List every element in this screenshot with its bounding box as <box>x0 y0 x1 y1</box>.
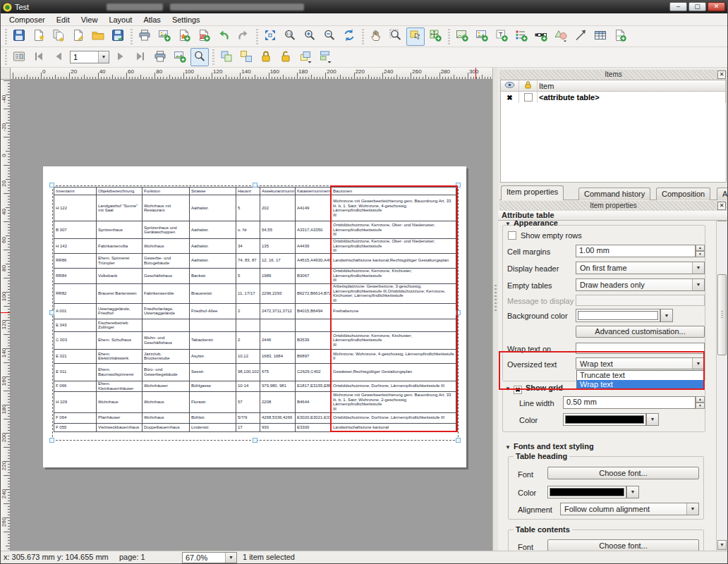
zoom-full-button[interactable] <box>261 27 279 46</box>
menu-atlas[interactable]: Atlas <box>138 15 166 25</box>
selection-handle[interactable] <box>253 438 257 443</box>
tab-composition[interactable]: Composition <box>656 188 710 200</box>
dropdown-option-truncate-text[interactable]: Truncate text <box>577 371 703 380</box>
toolbar-handle[interactable] <box>129 29 133 44</box>
close-button[interactable]: ✕ <box>708 2 725 11</box>
zoom-level-select[interactable]: 67.0% ▼ <box>182 552 237 563</box>
toolbar-handle[interactable] <box>4 49 8 65</box>
heading-choose-font-button[interactable]: Choose font... <box>547 467 699 479</box>
selection-handle[interactable] <box>456 310 461 315</box>
lock-checkbox[interactable] <box>524 93 533 102</box>
lock-items-button[interactable] <box>257 48 275 66</box>
export-image-button[interactable] <box>155 27 174 46</box>
previous-feature-button[interactable] <box>49 48 68 66</box>
selection-handle[interactable] <box>456 183 461 188</box>
selection-handle[interactable] <box>49 183 54 188</box>
load-template-button[interactable] <box>89 27 107 46</box>
zoom-out-button[interactable] <box>320 27 339 46</box>
zoom-tool-button[interactable] <box>387 27 405 46</box>
first-feature-button[interactable] <box>30 48 48 66</box>
items-list-row[interactable]: ✖<attribute table> <box>501 92 726 103</box>
redo-button[interactable] <box>234 27 253 46</box>
preview-atlas-button[interactable] <box>190 48 209 66</box>
advanced-customisation-button[interactable]: Advanced customisation... <box>576 326 705 338</box>
export-pdf-button[interactable]: PDF <box>195 27 213 46</box>
menu-layout[interactable]: Layout <box>103 15 138 25</box>
toolbar-handle[interactable] <box>360 29 365 44</box>
add-map-button[interactable] <box>453 27 471 46</box>
background-color-button[interactable] <box>576 309 660 322</box>
add-shape-button[interactable] <box>552 27 570 46</box>
line-width-stepper[interactable]: ▲▼ <box>696 396 705 409</box>
heading-color-button[interactable] <box>547 486 626 498</box>
toolbar-handle[interactable] <box>447 29 451 44</box>
print-atlas-button[interactable] <box>151 48 169 66</box>
undo-button[interactable] <box>214 27 233 46</box>
composer-manager-button[interactable] <box>69 27 87 46</box>
new-composition-button[interactable] <box>30 27 48 46</box>
selection-handle[interactable] <box>456 438 461 443</box>
visibility-checkbox[interactable]: ✖ <box>506 94 512 102</box>
background-color-dropdown-icon[interactable]: ▼ <box>660 309 673 322</box>
minimize-button[interactable]: – <box>669 2 687 11</box>
show-grid-group-header[interactable]: ▼✖Show grid <box>505 384 566 394</box>
dropdown-option-wrap-text[interactable]: Wrap text <box>577 380 703 389</box>
attribute-table-item[interactable]: InventarnrObjektbezeichnungFunktionStras… <box>54 187 456 432</box>
heading-color-dropdown-icon[interactable]: ▼ <box>626 486 639 498</box>
move-content-button[interactable] <box>426 27 444 46</box>
zoom-in-button[interactable] <box>301 27 319 46</box>
fonts-group-header[interactable]: ▼Fonts and text styling <box>505 442 594 450</box>
group-items-button[interactable] <box>217 48 236 66</box>
toolbar-handle[interactable] <box>211 49 215 65</box>
selection-handle[interactable] <box>49 310 54 315</box>
wrap-text-on-input[interactable] <box>576 343 705 354</box>
add-arrow-button[interactable] <box>571 27 590 46</box>
zoom-one-to-one-button[interactable]: 1:1 <box>281 27 299 46</box>
add-legend-button[interactable] <box>512 27 530 46</box>
menu-settings[interactable]: Settings <box>166 15 206 25</box>
export-atlas-button[interactable] <box>171 48 189 66</box>
atlas-feature-select[interactable]: 1▼ <box>70 51 109 63</box>
save-template-button[interactable] <box>109 27 127 46</box>
add-image-button[interactable] <box>473 27 491 46</box>
last-feature-button[interactable] <box>131 48 150 66</box>
empty-tables-select[interactable]: Draw headers only▼ <box>576 278 705 291</box>
pan-button[interactable] <box>367 27 385 46</box>
tab-atlas-generation[interactable]: Atlas generation <box>717 188 728 200</box>
items-panel-close-icon[interactable]: ✕ <box>717 70 726 79</box>
atlas-settings-button[interactable] <box>10 48 28 66</box>
oversized-text-select[interactable]: Wrap text▼ <box>576 357 705 369</box>
grid-color-button[interactable] <box>563 413 646 426</box>
ungroup-items-button[interactable] <box>237 48 255 66</box>
cell-margins-input[interactable]: 1.00 mm <box>576 245 696 257</box>
duplicate-composition-button[interactable] <box>49 27 68 46</box>
properties-scrollbar[interactable]: ▲ ▼ <box>716 211 727 551</box>
export-svg-button[interactable] <box>175 27 193 46</box>
selection-handle[interactable] <box>253 183 257 188</box>
next-feature-button[interactable] <box>111 48 130 66</box>
print-button[interactable] <box>135 27 154 46</box>
refresh-view-button[interactable] <box>340 27 358 46</box>
contents-choose-font-button[interactable]: Choose font... <box>547 539 699 551</box>
panel-splitter[interactable] <box>492 68 498 551</box>
raise-items-button[interactable] <box>296 48 315 66</box>
align-items-button[interactable] <box>316 48 334 66</box>
grid-color-dropdown-icon[interactable]: ▼ <box>646 413 659 426</box>
heading-alignment-select[interactable]: Follow column alignment▼ <box>560 503 699 515</box>
save-button[interactable] <box>10 27 28 46</box>
menu-composer[interactable]: Composer <box>4 15 51 25</box>
tab-item-properties[interactable]: Item properties <box>501 185 564 200</box>
tab-command-history[interactable]: Command history <box>578 188 650 200</box>
add-label-button[interactable]: T <box>492 27 511 46</box>
show-grid-checkbox[interactable]: ✖ <box>514 386 522 394</box>
toolbar-handle[interactable] <box>4 29 8 44</box>
line-width-input[interactable]: 0.50 mm <box>563 396 696 409</box>
maximize-button[interactable]: ▢ <box>688 2 706 11</box>
add-scalebar-button[interactable] <box>532 27 550 46</box>
composition-canvas[interactable]: InventarnrObjektbezeichnungFunktionStras… <box>11 80 492 551</box>
display-header-select[interactable]: On first frame▼ <box>576 262 705 274</box>
add-attribute-table-button[interactable] <box>591 27 609 46</box>
selection-handle[interactable] <box>49 438 54 443</box>
item-properties-close-icon[interactable]: ✕ <box>717 202 726 210</box>
cell-margins-stepper[interactable]: ▲▼ <box>696 245 705 257</box>
